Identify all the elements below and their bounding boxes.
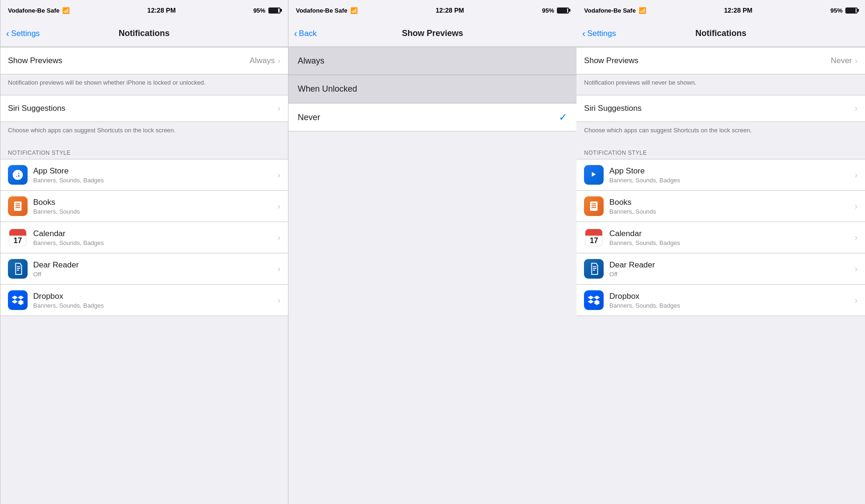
app-icon-calendar-right: 17: [584, 228, 604, 247]
status-bar-right-left: Vodafone-Be Safe 📶: [584, 7, 646, 14]
show-previews-value-left: Always: [250, 56, 275, 65]
picker-never-label: Never: [298, 113, 559, 122]
picker-always-label: Always: [298, 56, 568, 66]
siri-suggestions-chevron-right: ›: [855, 103, 858, 113]
app-chevron-dearreader-right: ›: [855, 264, 858, 274]
app-row-calendar-left[interactable]: 17 Calendar Banners, Sounds, Badges ›: [0, 222, 288, 253]
show-previews-value-right: Never: [831, 56, 852, 65]
app-icon-dearreader-right: [584, 259, 604, 279]
back-button-middle[interactable]: ‹ Back: [294, 29, 317, 39]
app-name-appstore-right: App Store: [609, 166, 855, 176]
app-chevron-appstore-left: ›: [278, 170, 281, 180]
picker-row-always[interactable]: Always: [288, 48, 577, 75]
app-row-dearreader-right[interactable]: Dear Reader Off ›: [577, 253, 865, 285]
app-row-books-left[interactable]: Books Banners, Sounds ›: [0, 191, 288, 222]
carrier-label-right: Vodafone-Be Safe: [584, 7, 635, 14]
time-label-left: 12:28 PM: [147, 7, 176, 14]
show-previews-row-right[interactable]: Show Previews Never ›: [577, 48, 865, 74]
show-previews-group-right: Show Previews Never ›: [577, 47, 865, 74]
status-bar-right: Vodafone-Be Safe 📶 12:28 PM 95%: [577, 0, 865, 21]
battery-percent-middle: 95%: [542, 7, 554, 14]
siri-suggestions-label-left: Siri Suggestions: [8, 104, 65, 113]
nav-bar-middle: ‹ Back Show Previews: [288, 21, 577, 47]
back-label-right[interactable]: Settings: [587, 29, 616, 38]
wifi-icon-right: 📶: [639, 7, 646, 14]
time-label-middle: 12:28 PM: [436, 7, 464, 14]
app-row-books-right[interactable]: Books Banners, Sounds ›: [577, 191, 865, 222]
back-label-middle[interactable]: Back: [299, 29, 317, 38]
app-row-dearreader-left[interactable]: Dear Reader Off ›: [0, 253, 288, 285]
app-name-calendar-left: Calendar: [33, 229, 278, 238]
picker-row-never[interactable]: Never ✓: [288, 104, 577, 131]
app-icon-calendar-left: 17: [8, 228, 28, 247]
nav-bar-right: ‹ Settings Notifications: [577, 21, 865, 47]
nav-title-middle: Show Previews: [402, 29, 463, 38]
back-chevron-middle: ‹: [294, 28, 297, 39]
app-detail-dropbox-left: Banners, Sounds, Badges: [33, 302, 278, 309]
app-chevron-calendar-left: ›: [278, 233, 281, 243]
picker-section-middle: Always When Unlocked: [288, 47, 577, 103]
show-previews-label-left: Show Previews: [8, 56, 62, 65]
right-panel: Vodafone-Be Safe 📶 12:28 PM 95% ‹ Settin…: [577, 0, 865, 504]
app-detail-calendar-left: Banners, Sounds, Badges: [33, 239, 278, 246]
content-right: Show Previews Never › Notification previ…: [577, 47, 865, 504]
back-label-left[interactable]: Settings: [11, 29, 40, 38]
app-row-appstore-left[interactable]: App Store Banners, Sounds, Badges ›: [0, 159, 288, 191]
siri-footer-left: Choose which apps can suggest Shortcuts …: [0, 122, 288, 143]
show-previews-footer-left: Notification previews will be shown whet…: [0, 74, 288, 95]
picker-checkmark: ✓: [559, 111, 567, 123]
app-name-books-right: Books: [609, 198, 855, 207]
show-previews-row-left[interactable]: Show Previews Always ›: [0, 48, 288, 74]
app-icon-dearreader-left: [8, 259, 28, 279]
battery-group-right: 95%: [830, 7, 858, 14]
app-detail-calendar-right: Banners, Sounds, Badges: [609, 239, 855, 246]
battery-icon-middle: [557, 7, 569, 14]
app-icon-books-right: [584, 196, 604, 216]
battery-percent-right: 95%: [830, 7, 843, 14]
app-detail-dearreader-left: Off: [33, 271, 278, 278]
app-detail-dearreader-right: Off: [609, 271, 855, 278]
left-panel: Vodafone-Be Safe 📶 12:28 PM 95% ‹ Settin…: [0, 0, 288, 504]
show-previews-label-right: Show Previews: [584, 56, 638, 65]
app-icon-dropbox-right: [584, 290, 604, 310]
status-bar-middle-left: Vodafone-Be Safe 📶: [296, 7, 358, 14]
app-chevron-appstore-right: ›: [855, 170, 858, 180]
app-detail-appstore-right: Banners, Sounds, Badges: [609, 177, 855, 184]
app-row-dropbox-left[interactable]: Dropbox Banners, Sounds, Badges ›: [0, 285, 288, 316]
app-chevron-dropbox-right: ›: [855, 295, 858, 305]
back-button-left[interactable]: ‹ Settings: [6, 29, 40, 39]
back-chevron-left: ‹: [6, 28, 9, 39]
app-name-dropbox-left: Dropbox: [33, 292, 278, 301]
wifi-icon: 📶: [62, 7, 70, 14]
app-icon-appstore-right: [584, 165, 604, 185]
status-bar-left: Vodafone-Be Safe 📶 12:28 PM 95%: [0, 0, 288, 21]
siri-suggestions-row-right[interactable]: Siri Suggestions ›: [577, 95, 865, 122]
siri-footer-right: Choose which apps can suggest Shortcuts …: [577, 122, 865, 143]
picker-row-when-unlocked[interactable]: When Unlocked: [288, 75, 577, 102]
app-name-dearreader-left: Dear Reader: [33, 260, 278, 270]
battery-group-left: 95%: [253, 7, 281, 14]
app-row-dropbox-right[interactable]: Dropbox Banners, Sounds, Badges ›: [577, 285, 865, 316]
app-row-calendar-right[interactable]: 17 Calendar Banners, Sounds, Badges ›: [577, 222, 865, 253]
app-row-appstore-right[interactable]: App Store Banners, Sounds, Badges ›: [577, 159, 865, 191]
notification-style-label-left: NOTIFICATION STYLE: [0, 142, 288, 159]
apps-group-right: App Store Banners, Sounds, Badges › Book…: [577, 159, 865, 316]
app-detail-books-right: Banners, Sounds: [609, 208, 855, 215]
app-detail-books-left: Banners, Sounds: [33, 208, 278, 215]
show-previews-footer-right: Notification previews will never be show…: [577, 74, 865, 95]
app-chevron-dropbox-left: ›: [278, 295, 281, 305]
siri-suggestions-label-right: Siri Suggestions: [584, 104, 642, 113]
battery-icon-left: [268, 7, 281, 14]
nav-bar-left: ‹ Settings Notifications: [0, 21, 288, 47]
app-icon-dropbox-left: [8, 290, 28, 310]
siri-suggestions-group-right: Siri Suggestions ›: [577, 95, 865, 122]
notification-style-label-right: NOTIFICATION STYLE: [577, 142, 865, 159]
app-name-dropbox-right: Dropbox: [609, 292, 855, 301]
app-detail-dropbox-right: Banners, Sounds, Badges: [609, 302, 855, 309]
app-name-calendar-right: Calendar: [609, 229, 855, 238]
carrier-label-middle: Vodafone-Be Safe: [296, 7, 347, 14]
app-chevron-dearreader-left: ›: [278, 264, 281, 274]
siri-suggestions-row-left[interactable]: Siri Suggestions ›: [0, 95, 288, 122]
back-button-right[interactable]: ‹ Settings: [582, 29, 616, 39]
battery-percent-left: 95%: [253, 7, 266, 14]
